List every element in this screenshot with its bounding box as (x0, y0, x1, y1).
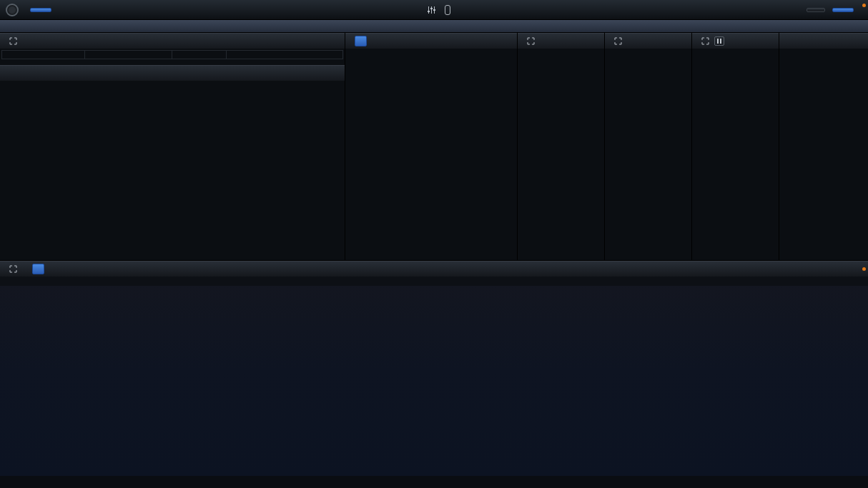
col-header-max (227, 51, 343, 59)
rms-footer-label (518, 250, 604, 260)
expand-icon[interactable] (9, 265, 17, 273)
toolbar-center-icons (418, 5, 450, 15)
s-channel-label (736, 242, 769, 250)
audio-source-icon[interactable] (6, 4, 19, 16)
loudness-meter-body (692, 59, 779, 242)
offline-processing-panel (345, 33, 517, 260)
statistics-table (1, 50, 343, 59)
loudness-m-value (702, 49, 736, 59)
expand-icon[interactable] (9, 37, 17, 45)
tp-meter-body (605, 59, 691, 250)
history-chart[interactable] (0, 286, 868, 476)
sliders-icon[interactable] (426, 5, 436, 15)
loudness-s-value (736, 49, 769, 59)
history-header (0, 261, 868, 277)
col-header-min (85, 51, 172, 59)
loudness-values (692, 49, 779, 59)
history-play-button[interactable] (32, 264, 44, 274)
tp-meter-panel (605, 33, 691, 260)
input-info-bar (0, 20, 868, 33)
offline-header (345, 33, 517, 49)
history-info-row (0, 277, 868, 286)
alert-dot-history (862, 267, 866, 271)
incidents-empty-area (0, 81, 345, 166)
rms-max-value (518, 49, 604, 59)
layout-button[interactable] (807, 8, 825, 12)
col-header-mean (172, 51, 227, 59)
tp-max-value (605, 49, 691, 59)
toolbar-right (807, 8, 854, 12)
expand-icon[interactable] (701, 37, 709, 45)
loudness-readout-body (779, 49, 868, 64)
loudness-bar-labels (692, 242, 779, 250)
metering-statistics-button[interactable] (832, 8, 854, 12)
statistics-panel (0, 33, 345, 260)
hardware-input-button[interactable] (30, 8, 51, 12)
tp-header (605, 33, 691, 49)
rms-meter-body (518, 59, 604, 250)
expand-icon[interactable] (614, 37, 622, 45)
tp-footer-label (605, 250, 691, 260)
top-toolbar (0, 0, 868, 20)
m-channel-label (702, 242, 736, 250)
io-routing-icon[interactable] (445, 5, 450, 15)
loudness-readout-panel (779, 33, 868, 260)
loudness-footer-label (692, 250, 779, 260)
statistics-header (0, 33, 345, 49)
loudness-meter-header (692, 33, 779, 49)
rms-meter-panel (518, 33, 604, 260)
alert-dot (862, 4, 866, 7)
loudness-readout-header (779, 33, 868, 49)
history-time-axis[interactable] (0, 476, 868, 487)
metering-history-panel (0, 260, 868, 488)
expand-icon[interactable] (527, 37, 535, 45)
pause-icon[interactable] (714, 36, 724, 46)
incidents-header (0, 65, 345, 81)
play-button[interactable] (355, 36, 367, 46)
rms-header (518, 33, 604, 49)
main-panels (0, 33, 868, 260)
loudness-meter-panel (692, 33, 779, 260)
